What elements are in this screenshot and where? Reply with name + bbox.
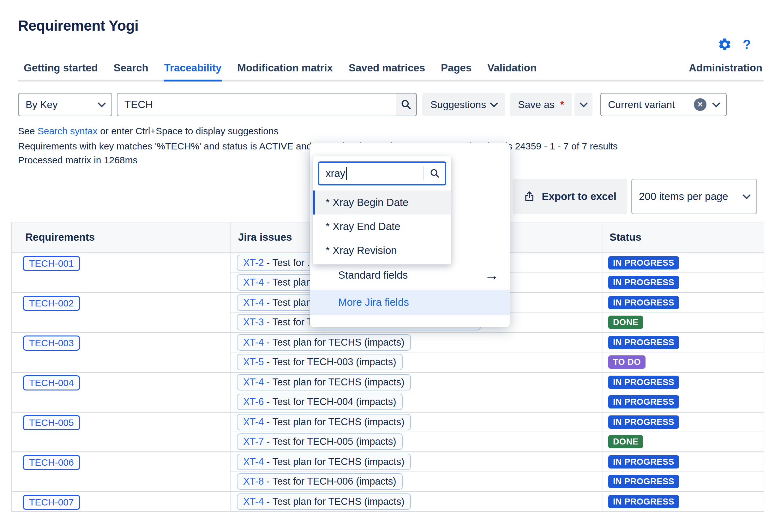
jira-issue-key[interactable]: XT-7 [243, 436, 264, 447]
search-button[interactable] [396, 93, 416, 116]
jira-issue-key[interactable]: XT-2 [243, 257, 264, 269]
chevron-down-icon [742, 191, 750, 199]
jira-issue-title: - Test plan for TECHS (impacts) [264, 337, 404, 348]
jira-issue-key[interactable]: XT-4 [243, 416, 264, 428]
jira-issue-cell: XT-4 - Test plan for TECHS (impacts) [230, 492, 603, 511]
tab-search[interactable]: Search [113, 62, 149, 80]
search-icon [400, 99, 412, 111]
save-as-menu-button[interactable] [575, 93, 593, 116]
jira-issue-title: - Test for ... [264, 257, 315, 269]
jira-issue-pill[interactable]: XT-4 - Test plan for TECHS (impacts) [237, 454, 411, 470]
jira-issue-key[interactable]: XT-4 [243, 496, 264, 507]
jira-issue-key[interactable]: XT-4 [243, 277, 264, 288]
jira-issue-title: - Test for TECH-004 (impacts) [264, 396, 396, 408]
tab-saved-matrices[interactable]: Saved matrices [348, 62, 426, 80]
search-hint: See Search syntax or enter Ctrl+Space to… [18, 126, 764, 136]
jira-issue-pill[interactable]: XT-4 - Test plan for TECHS (impacts) [237, 374, 411, 391]
tab-getting-started[interactable]: Getting started [23, 62, 98, 80]
arrow-right-icon: → [485, 268, 499, 283]
status-cell: IN PROGRESS [603, 332, 764, 352]
chevron-down-icon [98, 99, 105, 107]
status-badge: IN PROGRESS [608, 336, 679, 349]
tab-pages[interactable]: Pages [440, 62, 472, 80]
help-icon[interactable]: ? [743, 37, 751, 52]
items-per-page-select[interactable]: 200 items per page [631, 179, 757, 214]
jira-issue-key[interactable]: XT-4 [243, 456, 264, 468]
jira-issue-pill[interactable]: XT-5 - Test for TECH-003 (impacts) [237, 354, 403, 370]
requirement-pill[interactable]: TECH-007 [23, 495, 80, 510]
jira-issue-cell: XT-5 - Test for TECH-003 (impacts) [230, 352, 603, 372]
status-badge: DONE [608, 316, 643, 329]
status-badge: IN PROGRESS [608, 256, 679, 270]
export-label: Export to excel [542, 190, 617, 202]
tab-administration[interactable]: Administration [688, 62, 763, 80]
jira-issue-pill[interactable]: XT-4 - Test plan for TECHS (impacts) [237, 334, 411, 351]
search-syntax-link[interactable]: Search syntax [38, 126, 98, 136]
jira-issue-key[interactable]: XT-6 [243, 396, 264, 408]
jira-issue-key[interactable]: XT-3 [243, 317, 264, 328]
save-as-label: Save as [518, 99, 555, 111]
suggestions-button[interactable]: Suggestions [422, 93, 505, 116]
jira-issue-pill[interactable]: XT-7 - Test for TECH-005 (impacts) [237, 433, 403, 450]
jira-issue-pill[interactable]: XT-4 - Test plan for TECHS (impacts) [237, 493, 411, 510]
standard-fields-item[interactable]: Standard fields → [310, 264, 510, 287]
field-option[interactable]: * Xray End Date [313, 214, 451, 238]
chevron-down-icon [580, 99, 587, 107]
status-badge: IN PROGRESS [608, 475, 679, 488]
tab-validation[interactable]: Validation [487, 62, 537, 80]
jira-issue-key[interactable]: XT-5 [243, 356, 264, 368]
jira-issue-title: - Test plan for TECHS (impacts) [264, 377, 404, 388]
status-badge: DONE [608, 435, 643, 448]
field-option[interactable]: * Xray Revision [313, 238, 451, 262]
jira-issue-pill[interactable]: XT-6 - Test for TECH-004 (impacts) [237, 394, 403, 410]
requirement-cell: TECH-001 [12, 253, 230, 293]
jira-issue-title: - Test plan for TECHS (impacts) [264, 496, 404, 507]
field-search-input[interactable]: xray [325, 167, 345, 179]
status-cell: IN PROGRESS [603, 293, 764, 313]
jira-issue-pill[interactable]: XT-4 - Test plan for TECHS (impacts) [237, 414, 411, 430]
search-field[interactable]: TECH [117, 93, 417, 116]
requirement-pill[interactable]: TECH-004 [23, 375, 80, 391]
input-divider [424, 166, 424, 180]
search-input[interactable]: TECH [117, 93, 396, 116]
tab-traceability[interactable]: Traceability [164, 62, 222, 80]
status-badge: IN PROGRESS [608, 376, 679, 389]
jira-issue-cell: XT-8 - Test for TECH-006 (impacts) [230, 472, 603, 492]
save-as-button[interactable]: Save as * [510, 93, 572, 116]
status-badge: IN PROGRESS [608, 455, 679, 469]
requirement-pill[interactable]: TECH-001 [23, 256, 80, 271]
requirement-pill[interactable]: TECH-003 [23, 336, 80, 351]
clear-variant-icon[interactable]: ✕ [694, 98, 706, 111]
requirement-pill[interactable]: TECH-005 [23, 415, 80, 430]
hint-suffix: or enter Ctrl+Space to display suggestio… [98, 126, 278, 136]
jira-issue-key[interactable]: XT-4 [243, 337, 264, 348]
jira-issue-title: - Test for TECH-006 (impacts) [264, 476, 396, 487]
status-cell: IN PROGRESS [603, 472, 764, 492]
more-jira-fields-item[interactable]: More Jira fields [310, 290, 510, 315]
field-option[interactable]: * Xray Begin Date [313, 190, 451, 214]
status-cell: TO DO [603, 352, 764, 372]
requirement-pill[interactable]: TECH-006 [23, 455, 80, 470]
export-to-excel-button[interactable]: Export to excel [513, 179, 627, 214]
table-row: TECH-006XT-4 - Test plan for TECHS (impa… [12, 452, 764, 472]
status-badge: IN PROGRESS [608, 416, 679, 429]
jira-issue-key[interactable]: XT-8 [243, 476, 264, 487]
variant-select[interactable]: Current variant ✕ [600, 93, 727, 116]
status-cell: DONE [603, 313, 764, 332]
status-badge: IN PROGRESS [608, 296, 679, 309]
header-icons: ? [718, 37, 751, 52]
search-type-select[interactable]: By Key [18, 93, 112, 116]
jira-issue-key[interactable]: XT-4 [243, 377, 264, 388]
text-cursor [346, 167, 347, 180]
chevron-down-icon [712, 99, 720, 107]
settings-gear-icon[interactable] [718, 37, 732, 52]
tab-modification-matrix[interactable]: Modification matrix [236, 62, 333, 80]
requirement-pill[interactable]: TECH-002 [23, 296, 80, 311]
jira-issue-title: - Test plan for TECHS (impacts) [264, 456, 404, 468]
jira-issue-cell: XT-4 - Test plan for TECHS (impacts) [230, 332, 603, 352]
field-search-field[interactable]: xray [318, 161, 446, 185]
page-title: Requirement Yogi [18, 0, 764, 34]
jira-issue-key[interactable]: XT-4 [243, 297, 264, 308]
jira-issue-cell: XT-4 - Test plan for TECHS (impacts) [230, 452, 603, 472]
jira-issue-pill[interactable]: XT-8 - Test for TECH-006 (impacts) [237, 473, 403, 490]
